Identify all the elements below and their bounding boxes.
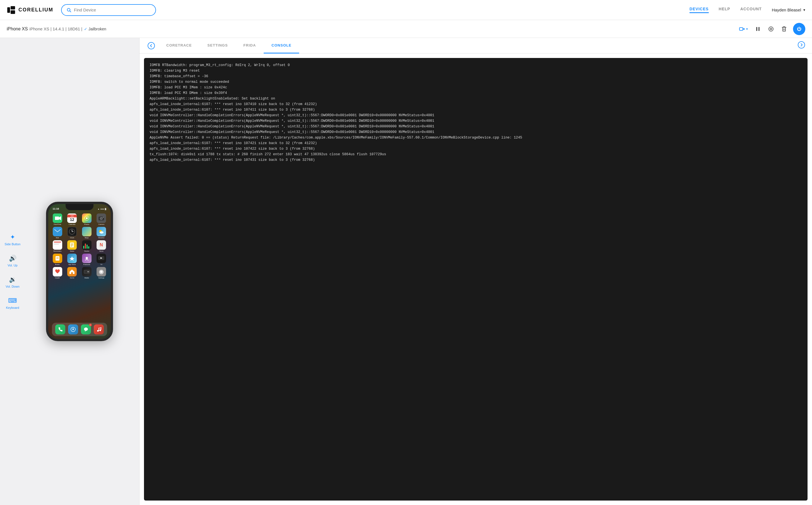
console-line: tx_flush:1074: disk0s1 xid 1788 tx stats… — [149, 152, 802, 157]
console-output[interactable]: IOMFB RTBandwidth: program_M3_rt_config:… — [144, 58, 808, 501]
app-facetime[interactable]: FaceTime — [51, 213, 64, 225]
app-home[interactable]: Home — [66, 267, 79, 279]
vol-down-label: Vol. Down — [6, 285, 19, 288]
logo-area: Corellium — [7, 6, 53, 14]
app-health[interactable]: Health — [51, 267, 64, 279]
svg-rect-7 — [756, 27, 757, 31]
app-weather[interactable]: Weather — [95, 227, 108, 238]
svg-marker-42 — [70, 270, 75, 274]
app-wallet[interactable]: Wallet — [80, 267, 94, 279]
connect-icon — [739, 26, 745, 32]
app-mail[interactable]: Mail — [51, 227, 64, 238]
side-button-control[interactable]: ✦ Side Button — [5, 233, 21, 246]
app-photos-label: Photos — [84, 223, 89, 225]
logo-text: Corellium — [18, 7, 53, 13]
app-clock[interactable]: Clock — [66, 227, 79, 238]
user-area[interactable]: Hayden Bleasel ▾ — [772, 8, 805, 12]
svg-rect-2 — [11, 10, 15, 14]
nav-account[interactable]: ACCOUNT — [740, 7, 762, 13]
app-reminders[interactable]: Reminders — [51, 240, 64, 252]
svg-rect-8 — [759, 27, 760, 31]
tab-console[interactable]: CONSOLE — [264, 38, 299, 53]
keyboard-control[interactable]: ⌨ Keyboard — [6, 297, 19, 309]
tab-prev-button[interactable] — [144, 42, 158, 50]
vol-up-control[interactable]: 🔊 Vol. Up — [8, 255, 17, 267]
search-bar[interactable] — [61, 4, 156, 16]
app-settings[interactable]: Settings — [95, 267, 108, 279]
jailbroken-label: Jailbroken — [89, 27, 106, 31]
app-notes[interactable]: Notes — [66, 240, 79, 252]
app-calendar-label: Calendar — [69, 223, 75, 225]
app-maps[interactable]: Maps — [80, 227, 94, 238]
delete-button[interactable] — [780, 25, 788, 33]
search-input[interactable] — [74, 8, 150, 12]
app-calendar[interactable]: SUN 12 Calendar — [66, 213, 79, 225]
power-icon — [796, 26, 802, 32]
console-line: apfs_load_inode_internal:6107: *** reset… — [149, 102, 802, 107]
connect-button[interactable]: ▾ — [738, 25, 749, 33]
corellium-logo-icon — [7, 6, 16, 14]
app-grid: FaceTime SUN 12 Calendar — [48, 212, 111, 280]
pause-button[interactable] — [754, 25, 762, 33]
svg-rect-44 — [87, 271, 89, 272]
app-appletv[interactable]: TV — [95, 254, 108, 265]
nav-devices[interactable]: DEVICES — [690, 7, 708, 13]
console-line: AppleARMBacklight::setBacklightEnableGat… — [149, 96, 802, 102]
app-health-label: Health — [55, 277, 60, 279]
svg-text:N: N — [100, 242, 103, 247]
app-appstore[interactable]: App Store — [66, 254, 79, 265]
svg-marker-15 — [55, 216, 59, 220]
tab-coretrace[interactable]: CORETRACE — [158, 38, 200, 53]
jailbroken-badge: ✓ Jailbroken — [84, 27, 106, 31]
svg-point-18 — [86, 217, 88, 219]
console-line: void IONVMeController::HandleCompletionE… — [149, 124, 802, 129]
dock-music[interactable] — [94, 324, 104, 334]
dock-messages[interactable]: 1 — [81, 324, 91, 334]
tab-frida[interactable]: FRIDA — [235, 38, 264, 53]
app-podcasts-label: Podcasts — [83, 264, 90, 265]
dock-phone[interactable] — [55, 324, 65, 334]
svg-point-10 — [770, 28, 772, 30]
side-button-label: Side Button — [5, 242, 21, 246]
nav-links: DEVICES HELP ACCOUNT — [690, 7, 762, 13]
app-books[interactable]: Books — [51, 254, 64, 265]
right-panel: CORETRACE SETTINGS FRIDA CONSOLE IOMFB R… — [139, 38, 812, 505]
phone-notch — [66, 204, 94, 210]
svg-rect-36 — [55, 256, 60, 261]
vol-down-control[interactable]: 🔉 Vol. Down — [6, 276, 19, 288]
app-camera-label: Camera — [99, 223, 104, 225]
nav-help[interactable]: HELP — [719, 7, 730, 13]
app-photos[interactable]: Photos — [80, 213, 94, 225]
svg-rect-54 — [99, 328, 101, 328]
app-books-label: Books — [55, 264, 60, 265]
app-appstore-label: App Store — [69, 264, 76, 265]
snapshot-button[interactable] — [767, 25, 775, 33]
app-mail-label: Mail — [56, 237, 59, 238]
svg-rect-11 — [783, 27, 786, 31]
console-line: AppleNVMe Assert failed: 0 == (status) R… — [149, 135, 802, 141]
svg-rect-53 — [101, 327, 101, 330]
tab-settings[interactable]: SETTINGS — [200, 38, 235, 53]
side-controls: ✦ Side Button 🔊 Vol. Up 🔉 Vol. Down ⌨ Ke… — [0, 38, 25, 505]
console-line: void IONVMeController::HandleCompletionE… — [149, 118, 802, 124]
tab-next-button[interactable] — [795, 41, 808, 50]
svg-marker-49 — [85, 331, 86, 332]
device-actions: ▾ — [738, 23, 805, 35]
vol-up-icon: 🔊 — [9, 255, 16, 262]
power-button[interactable] — [793, 23, 805, 35]
app-appletv-label: TV — [100, 264, 102, 265]
console-line: IOMFB: load PCC M3 DMem : size 0x39f4 — [149, 90, 802, 96]
phone-screen: 11:16 ▲ ●●● ▓ FaceTime — [48, 204, 111, 339]
console-line: IOMFB: clearing M3 reset — [149, 68, 802, 73]
app-camera[interactable]: Camera — [95, 213, 108, 225]
app-home-label: Home — [70, 277, 74, 279]
delete-icon — [781, 26, 787, 32]
app-podcasts[interactable]: Podcasts — [80, 254, 94, 265]
phone-frame[interactable]: 11:16 ▲ ●●● ▓ FaceTime — [46, 202, 113, 341]
app-news[interactable]: N News — [95, 240, 108, 252]
svg-rect-1 — [11, 6, 15, 9]
app-stocks[interactable]: Stocks — [80, 240, 94, 252]
console-line: IOMFB: switch to normal mode succeeded — [149, 79, 802, 85]
console-line: apfs_load_inode_internal:6107: *** reset… — [149, 157, 802, 163]
dock-safari[interactable] — [68, 324, 78, 334]
